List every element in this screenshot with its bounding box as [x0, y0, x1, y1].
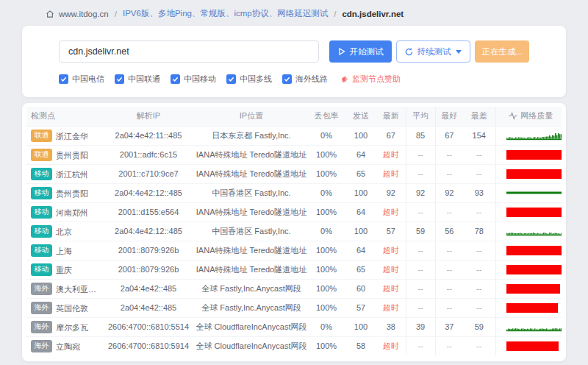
col-header-latest[interactable]: 最新 — [376, 107, 406, 126]
col-header-ip[interactable]: 解析IP — [101, 107, 196, 126]
cell-quality — [495, 183, 562, 202]
generating-button[interactable]: 正在生成... — [475, 40, 529, 63]
table-row[interactable]: 联通浙江金华2a04:4e42:11::485日本东京都 Fastly,Inc.… — [26, 126, 562, 145]
cell-best: -- — [435, 279, 463, 298]
table-row[interactable]: 海外立陶宛2606:4700::6810:5914全球 CloudflareIn… — [26, 336, 562, 355]
latency-sparkline — [506, 130, 562, 141]
cell-ip-location: 中国香港区 Fastly,Inc. — [196, 183, 307, 202]
cell-worst: -- — [463, 164, 495, 183]
checkbox-checked-icon — [115, 74, 124, 84]
cell-sent: 58 — [345, 336, 376, 355]
cell-ip-location: 中国香港区 Fastly,Inc. — [196, 222, 307, 241]
table-row[interactable]: 移动北京2a04:4e42:12::485中国香港区 Fastly,Inc.0%… — [26, 222, 562, 241]
quality-graph — [501, 284, 562, 294]
chevron-down-icon — [456, 50, 462, 54]
packet-loss-bar — [506, 208, 562, 217]
cell-latest: 超时 — [376, 298, 406, 317]
cell-worst: 93 — [463, 183, 495, 202]
cell-avg: -- — [406, 145, 435, 164]
cell-latest: 超时 — [376, 279, 406, 298]
cell-ip-location: IANA特殊地址 Teredo隧道地址 — [196, 164, 307, 183]
cell-node: 海外澳大利亚悉尼 — [26, 279, 101, 298]
table-row[interactable]: 联通贵州贵阳2001::adfc:6c15IANA特殊地址 Teredo隧道地址… — [26, 145, 562, 164]
checkbox-checked-icon — [59, 74, 68, 84]
cell-quality — [495, 202, 562, 222]
node-location: 河南郑州 — [56, 208, 88, 216]
carrier-checkbox-3[interactable]: 中国多线 — [226, 74, 272, 85]
breadcrumb-current: cdn.jsdelivr.net — [342, 10, 404, 18]
start-test-button[interactable]: 开始测试 — [329, 40, 392, 63]
carrier-checkbox-1[interactable]: 中国联通 — [115, 74, 160, 85]
cell-sent: 60 — [345, 279, 376, 298]
cell-latest: 超时 — [376, 164, 406, 183]
table-body: 联通浙江金华2a04:4e42:11::485日本东京都 Fastly,Inc.… — [26, 126, 562, 355]
carrier-checkbox-0[interactable]: 中国电信 — [59, 74, 104, 85]
activity-icon — [509, 112, 517, 120]
col-header-node[interactable]: 检测点 — [26, 107, 101, 126]
node-location: 英国伦敦 — [56, 303, 88, 312]
table-row[interactable]: 移动重庆2001::8079:926bIANA特殊地址 Teredo隧道地址10… — [26, 260, 562, 279]
start-test-label: 开始测试 — [349, 46, 383, 57]
cell-avg: 39 — [406, 317, 435, 336]
cell-quality — [495, 317, 562, 336]
col-header-avg[interactable]: 平均 — [406, 107, 435, 126]
host-input[interactable] — [59, 40, 319, 63]
cell-resolved-ip: 2a04:4e42::485 — [101, 279, 196, 298]
col-header-best[interactable]: 最好 — [435, 107, 463, 126]
cell-loss: 0% — [307, 126, 345, 145]
col-header-ip-location[interactable]: IP位置 — [196, 107, 307, 126]
table-row[interactable]: 移动贵州贵阳2a04:4e42:12::485中国香港区 Fastly,Inc.… — [26, 183, 562, 202]
latency-sparkline — [506, 226, 562, 236]
sponsor-link[interactable]: 监测节点赞助 — [341, 74, 401, 85]
packet-loss-bar — [506, 246, 562, 255]
carrier-filter-row: 中国电信中国联通中国移动中国多线海外线路 监测节点赞助 — [59, 74, 529, 85]
cell-sent: 57 — [345, 298, 376, 317]
carrier-checkbox-2[interactable]: 中国移动 — [171, 74, 216, 85]
cell-ip-location: 全球 CloudflareIncAnycast网段 — [196, 317, 307, 336]
breadcrumb-section[interactable]: IPV6版、多地Ping、常规版、icmp协议、网络延迟测试 — [123, 8, 328, 19]
play-icon — [338, 48, 345, 55]
cell-avg: -- — [406, 260, 435, 279]
col-header-loss[interactable]: 丢包率 — [307, 107, 345, 126]
cell-latest: 超时 — [376, 241, 406, 260]
cell-ip-location: IANA特殊地址 Teredo隧道地址 — [196, 241, 307, 260]
carrier-badge: 海外 — [31, 302, 52, 314]
table-row[interactable]: 海外摩尔多瓦2606:4700::6810:5514全球 CloudflareI… — [26, 317, 562, 336]
packet-loss-bar — [506, 150, 562, 160]
test-controls-row: 开始测试 持续测试 正在生成... — [59, 40, 529, 63]
quality-graph — [501, 226, 562, 236]
cell-loss: 0% — [307, 183, 345, 202]
col-header-worst[interactable]: 最差 — [463, 107, 495, 126]
cell-resolved-ip: 2001::c710:9ce7 — [101, 164, 196, 183]
cell-sent: 65 — [345, 164, 376, 183]
latency-sparkline — [506, 322, 562, 332]
table-row[interactable]: 移动河南郑州2001::d155:e564IANA特殊地址 Teredo隧道地址… — [26, 202, 562, 222]
cell-resolved-ip: 2a04:4e42::485 — [101, 298, 196, 317]
table-row[interactable]: 海外澳大利亚悉尼2a04:4e42::485全球 Fastly,Inc.Anyc… — [26, 279, 562, 298]
cell-loss: 100% — [307, 260, 345, 279]
breadcrumb-home[interactable]: www.itdog.cn — [59, 10, 109, 18]
cell-avg: 85 — [406, 126, 435, 145]
carrier-checkbox-4[interactable]: 海外线路 — [282, 74, 328, 85]
cell-node: 移动北京 — [26, 222, 101, 241]
continuous-test-button[interactable]: 持续测试 — [396, 40, 470, 63]
cell-node: 移动浙江杭州 — [26, 164, 101, 183]
col-header-quality[interactable]: 网络质量 — [495, 107, 562, 126]
cell-node: 联通浙江金华 — [26, 126, 101, 145]
table-row[interactable]: 移动浙江杭州2001::c710:9ce7IANA特殊地址 Teredo隧道地址… — [26, 164, 562, 183]
carrier-badge: 海外 — [31, 321, 52, 333]
carrier-badge: 移动 — [31, 225, 52, 238]
cell-worst: -- — [463, 202, 495, 222]
cell-worst: 78 — [463, 222, 495, 241]
table-row[interactable]: 海外英国伦敦2a04:4e42::485全球 Fastly,Inc.Anycas… — [26, 298, 562, 317]
cell-avg: -- — [406, 241, 435, 260]
table-row[interactable]: 移动上海2001::8079:926bIANA特殊地址 Teredo隧道地址10… — [26, 241, 562, 260]
cell-avg: 59 — [406, 222, 435, 241]
cell-avg: -- — [406, 202, 435, 222]
cell-quality — [495, 298, 562, 317]
cell-latest: 57 — [376, 222, 406, 241]
cell-loss: 100% — [307, 202, 345, 222]
col-header-sent[interactable]: 发送 — [345, 107, 376, 126]
cell-quality — [495, 241, 562, 260]
node-location: 上海 — [56, 246, 72, 255]
